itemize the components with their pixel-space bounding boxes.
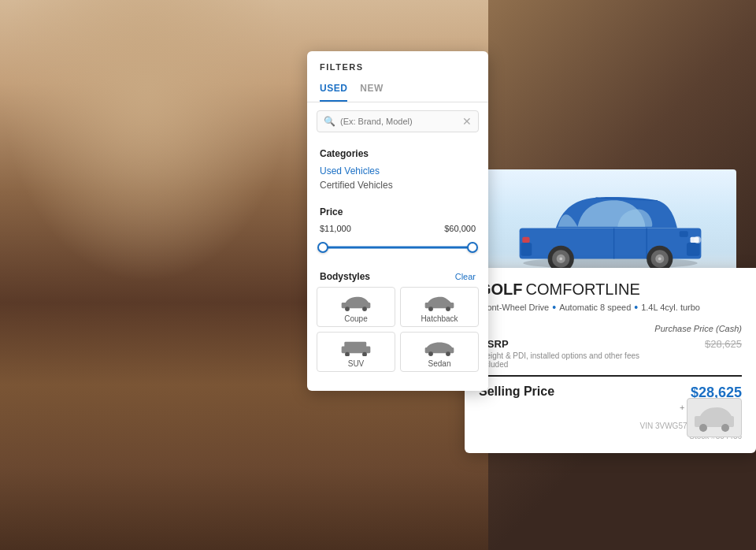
vehicle-trim: COMFORTLINE: [526, 281, 640, 298]
bodystyle-sedan[interactable]: Sedan: [400, 332, 479, 372]
svg-point-12: [446, 351, 450, 356]
price-range-labels: $11,000 $60,000: [320, 224, 476, 233]
search-box: 🔍 ✕: [317, 110, 479, 132]
filters-tabs: USED NEW: [307, 78, 488, 102]
spec-transmission: Automatic 8 speed: [559, 303, 631, 312]
categories-section: Categories Used Vehicles Certified Vehic…: [307, 140, 488, 199]
car-svg-container: [500, 177, 721, 280]
tab-new[interactable]: NEW: [360, 78, 384, 102]
svg-point-5: [446, 307, 450, 311]
range-track: [320, 247, 476, 249]
sedan-icon: [422, 339, 457, 356]
price-min-label: $11,000: [320, 224, 351, 233]
search-clear-icon[interactable]: ✕: [462, 115, 472, 128]
bodystyle-sedan-label: Sedan: [428, 359, 451, 368]
range-slider[interactable]: [320, 240, 476, 255]
svg-point-28: [559, 258, 562, 261]
svg-rect-15: [687, 243, 700, 256]
vehicle-specs: Front-Wheel Drive • Automatic 8 speed • …: [479, 302, 742, 313]
spec-engine: 1.4L 4cyl. turbo: [641, 303, 700, 312]
bodystyles-section: Bodystyles Clear Coupe: [307, 265, 488, 378]
svg-point-33: [699, 424, 707, 432]
filters-title: FILTERS: [307, 51, 488, 78]
svg-rect-7: [344, 342, 366, 347]
bodystyle-hatchback-label: Hatchback: [421, 314, 458, 323]
suv-icon: [339, 339, 373, 356]
thumb-car-icon: [691, 404, 738, 432]
svg-point-29: [694, 236, 701, 243]
range-thumb-left[interactable]: [317, 242, 328, 253]
range-thumb-right[interactable]: [467, 242, 478, 253]
svg-point-4: [428, 307, 433, 311]
spec-drivetrain: Front-Wheel Drive: [479, 303, 549, 312]
coupe-icon: [339, 294, 373, 311]
search-icon: 🔍: [324, 116, 335, 127]
bodystyle-coupe[interactable]: Coupe: [317, 287, 395, 327]
msrp-row: MSRP $28,625: [479, 338, 742, 350]
bodystyle-coupe-label: Coupe: [344, 314, 367, 323]
spec-dot-2: •: [634, 302, 638, 313]
msrp-price: $28,625: [705, 338, 742, 350]
price-max-label: $60,000: [444, 224, 476, 233]
bodystyle-suv-label: SUV: [348, 359, 365, 368]
search-input[interactable]: [340, 117, 462, 126]
spec-dot-1: •: [552, 302, 556, 313]
price-section: Price $11,000 $60,000: [307, 199, 488, 265]
svg-rect-14: [520, 229, 702, 259]
bodystyles-clear-button[interactable]: Clear: [455, 272, 476, 281]
categories-title: Categories: [320, 148, 476, 159]
category-used-vehicles[interactable]: Used Vehicles: [320, 165, 476, 177]
filters-panel: FILTERS USED NEW 🔍 ✕ Categories Used Veh…: [307, 51, 488, 391]
svg-point-2: [362, 307, 367, 311]
vehicle-thumbnail: [687, 398, 742, 437]
purchase-price-header: Purchase Price (Cash): [479, 324, 742, 333]
svg-point-1: [345, 307, 350, 311]
bodystyles-grid: Coupe Hatchback SUV: [317, 287, 479, 372]
bodystyle-hatchback[interactable]: Hatchback: [400, 287, 479, 327]
svg-point-11: [428, 351, 433, 356]
svg-rect-18: [522, 237, 529, 243]
price-title: Price: [320, 206, 476, 217]
hatchback-icon: [422, 294, 457, 311]
bodystyle-suv[interactable]: SUV: [317, 332, 395, 372]
category-certified[interactable]: Certified Vehicles: [320, 180, 476, 191]
selling-price-label: Selling Price: [479, 385, 554, 399]
vehicle-card: GOLFCOMFORTLINE Front-Wheel Drive • Auto…: [465, 268, 756, 453]
vehicle-title: GOLFCOMFORTLINE: [479, 281, 742, 299]
svg-point-24: [658, 258, 662, 261]
bodystyles-header: Bodystyles Clear: [317, 271, 479, 287]
bodystyles-title: Bodystyles: [320, 271, 370, 282]
price-divider: [479, 375, 742, 377]
msrp-sub-note: Freight & PDI, installed options and oth…: [479, 351, 652, 369]
svg-rect-16: [521, 243, 532, 256]
svg-rect-30: [680, 231, 688, 236]
car-image-svg: [500, 177, 721, 272]
tab-used[interactable]: USED: [320, 78, 347, 102]
svg-point-34: [721, 424, 729, 432]
